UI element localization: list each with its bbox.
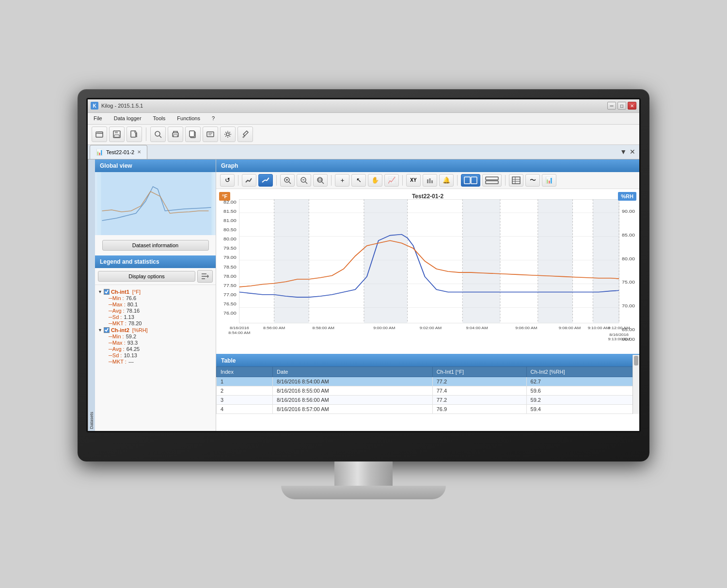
app-icon: K (91, 102, 98, 110)
toolbar-search[interactable] (150, 127, 166, 142)
svg-text:70.00: 70.00 (622, 303, 635, 308)
minimize-button[interactable]: ─ (607, 102, 616, 110)
col-date: Date (273, 366, 433, 377)
ch2-sd-value: 10.13 (124, 352, 137, 358)
table-row[interactable]: 4 8/16/2016 8:57:00 AM 76.9 59.4 (217, 404, 639, 413)
graph-sep-6 (505, 175, 506, 186)
ch2-mkt-row: ─MKT : --- (109, 359, 213, 365)
ch2-avg-value: 64.25 (126, 346, 140, 352)
graph-add-btn[interactable]: ＋ (335, 174, 349, 187)
toolbar-save[interactable] (109, 127, 125, 142)
graph-reset-btn[interactable]: ↺ (220, 174, 235, 187)
svg-text:81.50: 81.50 (223, 208, 237, 213)
svg-point-15 (226, 133, 229, 136)
graph-line-btn[interactable] (242, 174, 256, 187)
table-row[interactable]: 1 8/16/2016 8:54:00 AM 77.2 62.7 (217, 377, 639, 386)
channel-2-branch[interactable]: ▼ Ch-int2 [%RH] (98, 327, 213, 333)
svg-text:78.00: 78.00 (223, 273, 237, 278)
svg-text:81.00: 81.00 (223, 218, 237, 222)
graph-sep-2 (276, 175, 277, 186)
maximize-button[interactable]: □ (617, 102, 626, 110)
datasets-tab[interactable]: Datasets (88, 159, 95, 431)
sort-button[interactable] (197, 270, 213, 283)
graph-view1-btn[interactable] (461, 174, 480, 187)
ch2-min-value: 59.2 (126, 334, 136, 339)
dataset-info-button[interactable]: Dataset information (102, 240, 209, 251)
graph-header: Graph (216, 159, 639, 172)
chart-container: °F Test22-01-2 %RH 82.00 81.50 81.00 80.… (216, 189, 639, 354)
toolbar-copy[interactable] (185, 127, 201, 142)
menu-tools[interactable]: Tools (151, 114, 168, 122)
svg-text:77.50: 77.50 (223, 283, 237, 287)
graph-sep-4 (402, 175, 403, 186)
display-options-button[interactable]: Display options (98, 271, 195, 282)
svg-line-7 (159, 136, 161, 138)
svg-rect-68 (274, 199, 309, 323)
graph-curve-btn[interactable] (258, 174, 273, 187)
channel-1-item: ▼ Ch-int1 [°F] ─Min : 76.6 (98, 289, 213, 326)
graph-sep-1 (238, 175, 238, 186)
graph-export-btn[interactable]: 📊 (542, 174, 556, 187)
svg-text:8/16/2016: 8/16/2016 (609, 332, 629, 336)
graph-table-btn[interactable] (509, 174, 523, 187)
ch1-label: Ch-int1 (111, 289, 129, 295)
dataset-info-container: Dataset information (95, 235, 216, 255)
ch2-stats: ─Min : 59.2 ─Max : 93.3 ─Avg : 64.25 (98, 334, 213, 365)
toolbar-config[interactable] (220, 127, 236, 142)
ch2-max-value: 93.3 (127, 340, 138, 346)
cell-ch2: 59.4 (526, 404, 639, 413)
svg-text:79.00: 79.00 (223, 255, 237, 260)
monitor-stand-neck (334, 461, 393, 486)
tab-pin-button[interactable]: ▼ (620, 148, 627, 156)
graph-stats-btn[interactable]: 〜 (525, 174, 540, 187)
global-view-header: Global view (95, 159, 216, 172)
graph-zoom-fit-btn[interactable] (313, 174, 328, 187)
graph-cursor-btn[interactable]: ↖ (351, 174, 366, 187)
menu-datalogger[interactable]: Data logger (112, 114, 143, 122)
graph-bar-btn[interactable] (423, 174, 437, 187)
graph-view2-btn[interactable] (482, 174, 502, 187)
ch1-avg-row: ─Avg : 78.16 (109, 308, 213, 314)
menu-functions[interactable]: Functions (175, 114, 202, 122)
cell-index: 3 (217, 395, 273, 404)
tab-close-all-button[interactable]: ✕ (630, 148, 635, 156)
graph-alarm-btn[interactable]: 🔔 (439, 174, 454, 187)
channel-1-branch[interactable]: ▼ Ch-int1 [°F] (98, 289, 213, 295)
svg-text:9:00:00 AM: 9:00:00 AM (373, 325, 395, 330)
toolbar-settings2[interactable] (203, 127, 218, 142)
ch2-mkt-value: --- (128, 359, 134, 365)
toolbar-print[interactable] (168, 127, 183, 142)
toolbar-open[interactable] (92, 127, 107, 142)
table-row[interactable]: 2 8/16/2016 8:55:00 AM 77.4 59.6 (217, 386, 639, 395)
table-scrollbar[interactable] (632, 366, 639, 414)
cell-ch1: 77.2 (432, 377, 526, 386)
ch1-checkbox[interactable] (104, 289, 110, 295)
tab-test22[interactable]: 📊 Test22-01-2 ✕ (90, 145, 147, 159)
tab-close-button[interactable]: ✕ (137, 149, 141, 155)
ch2-expand-arrow[interactable]: ▼ (98, 328, 102, 333)
graph-zoom-out-btn[interactable] (297, 174, 311, 187)
close-button[interactable]: ✕ (628, 102, 636, 110)
toolbar-tools[interactable] (237, 127, 253, 142)
table-header: Table (216, 355, 639, 366)
ch2-sd-row: ─Sd : 10.13 (109, 352, 213, 358)
ch1-avg-value: 78.16 (126, 308, 140, 314)
svg-text:80.50: 80.50 (223, 227, 237, 232)
menu-help[interactable]: ? (210, 114, 217, 122)
graph-xy-btn[interactable]: XY (406, 174, 421, 187)
graph-trend-btn[interactable]: 📈 (384, 174, 399, 187)
toolbar-export[interactable] (126, 127, 142, 142)
global-view-canvas (95, 172, 216, 235)
ch2-checkbox[interactable] (104, 327, 110, 333)
svg-rect-37 (486, 181, 498, 184)
menu-file[interactable]: File (92, 114, 104, 122)
svg-text:90.00: 90.00 (622, 208, 635, 213)
svg-rect-33 (431, 180, 433, 183)
graph-zoom-in-btn[interactable] (280, 174, 295, 187)
table-row[interactable]: 3 8/16/2016 8:56:00 AM 77.2 59.2 (217, 395, 639, 404)
graph-pan-btn[interactable]: ✋ (368, 174, 382, 187)
cell-date: 8/16/2016 8:57:00 AM (273, 404, 433, 413)
svg-text:80.00: 80.00 (622, 256, 635, 261)
ch1-mkt-row: ─MKT : 78.20 (109, 320, 213, 326)
ch1-expand-arrow[interactable]: ▼ (98, 289, 102, 294)
